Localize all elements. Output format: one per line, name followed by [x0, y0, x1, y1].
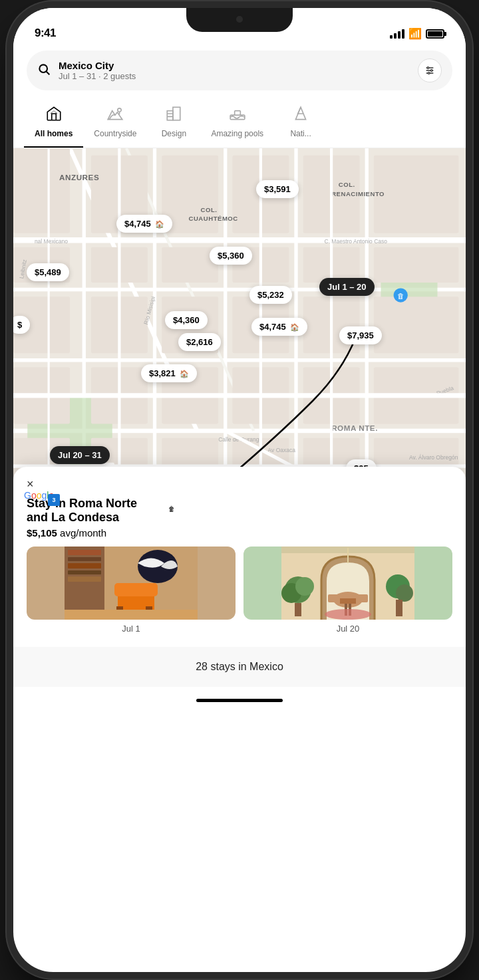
tab-design[interactable]: Design [147, 98, 200, 148]
price-suffix: avg/month [60, 527, 106, 539]
svg-rect-103 [68, 576, 101, 582]
price-pin-3591[interactable]: $3,591 [256, 180, 299, 198]
search-bar[interactable]: Mexico City Jul 1 – 31 · 2 guests [27, 51, 452, 90]
status-icons: 📶 [390, 27, 444, 40]
svg-rect-112 [340, 598, 356, 604]
close-button[interactable]: × [27, 477, 34, 491]
tab-countryside[interactable]: Countryside [83, 98, 147, 148]
price-pin-4745-home[interactable]: $4,745 🏠 [116, 215, 172, 233]
svg-line-1 [47, 71, 50, 74]
svg-point-5 [427, 67, 429, 69]
search-text: Mexico City Jul 1 – 31 · 2 guests [59, 60, 410, 81]
svg-text:Av Oaxaca: Av Oaxaca [268, 447, 296, 453]
card-image-2[interactable]: Jul 20 [243, 547, 452, 634]
tab-all-homes-label: All homes [35, 129, 73, 138]
home-icon-2: 🏠 [290, 323, 299, 331]
tab-countryside-label: Countryside [94, 129, 136, 138]
svg-rect-38 [374, 156, 459, 233]
stays-count: 28 stays in Mexico [196, 661, 283, 673]
svg-point-6 [430, 70, 432, 72]
camera [235, 15, 244, 24]
room-image-1 [27, 547, 236, 620]
svg-rect-101 [68, 563, 101, 568]
national-parks-icon [292, 105, 309, 125]
price-pin-4745-2[interactable]: $4,745 🏠 [251, 318, 307, 336]
svg-text:COL.: COL. [201, 206, 218, 213]
search-bar-container: Mexico City Jul 1 – 31 · 2 guests [13, 44, 466, 98]
all-homes-icon [45, 105, 63, 125]
tab-national-parks-label: Nati... [290, 129, 311, 138]
svg-rect-9 [168, 111, 174, 120]
map-container[interactable]: ANZURES COL. RENACIMIENTO COL. CUAUHTÉMO… [13, 148, 466, 647]
map-marker-trash: 🗑 [165, 502, 178, 515]
card-date-2: Jul 20 [337, 624, 360, 634]
listing-card: × Stay in Roma Norteand La Condesa $5,10… [13, 467, 466, 647]
tab-all-homes[interactable]: All homes [24, 98, 83, 148]
search-city: Mexico City [59, 60, 410, 71]
svg-rect-123 [396, 600, 402, 616]
price-pin-5360[interactable]: $5,360 [210, 247, 252, 265]
svg-rect-99 [68, 550, 101, 555]
category-tabs: All homes Countryside [13, 98, 466, 148]
svg-text:ANZURES: ANZURES [59, 173, 99, 182]
card-price: $5,105 avg/month [27, 527, 452, 539]
signal-icon [390, 29, 404, 39]
svg-text:COL.: COL. [339, 181, 355, 188]
price-pin-3821[interactable]: $3,821 🏠 [141, 364, 197, 382]
price-pin-2616[interactable]: $2,616 [178, 333, 221, 351]
svg-text:C. Maestro Antonio Caso: C. Maestro Antonio Caso [325, 238, 388, 245]
date-label-jul1-20[interactable]: Jul 1 – 20 [319, 278, 375, 296]
svg-text:RENACIMIENTO: RENACIMIENTO [331, 190, 385, 197]
svg-rect-10 [173, 107, 180, 120]
price-pin-5489[interactable]: $5,489 [27, 263, 69, 281]
card-date-1: Jul 1 [122, 624, 140, 634]
search-icon [37, 62, 51, 79]
svg-rect-100 [68, 557, 101, 561]
tab-amazing-pools-label: Amazing pools [211, 129, 263, 138]
svg-rect-120 [295, 603, 301, 616]
countryside-icon [106, 105, 124, 125]
svg-text:🗑: 🗑 [397, 292, 404, 300]
card-images: Jul 1 [27, 547, 452, 634]
card-title: Stay in Roma Norteand La Condesa [27, 497, 452, 525]
svg-text:Av. Álvaro Obregón: Av. Álvaro Obregón [409, 454, 458, 461]
home-icon-3: 🏠 [180, 370, 189, 378]
tab-design-label: Design [162, 129, 186, 138]
svg-point-119 [295, 577, 314, 596]
home-indicator [13, 687, 466, 713]
home-indicator-bar [196, 699, 283, 702]
price-pin-4360[interactable]: $4,360 [165, 311, 208, 329]
room-image-2 [243, 547, 452, 620]
design-icon [165, 105, 182, 125]
date-label-jul20-31[interactable]: Jul 20 – 31 [50, 446, 110, 464]
status-time: 9:41 [35, 27, 56, 40]
card-image-1[interactable]: Jul 1 [27, 547, 236, 634]
svg-point-0 [39, 64, 47, 72]
tab-amazing-pools[interactable]: Amazing pools [200, 98, 274, 148]
svg-rect-44 [374, 247, 459, 283]
price-pin-7935[interactable]: $7,935 [339, 326, 382, 344]
notch [186, 8, 293, 32]
search-dates: Jul 1 – 31 · 2 guests [59, 71, 410, 81]
wifi-icon: 📶 [408, 27, 422, 40]
svg-point-122 [396, 584, 413, 602]
price-value: $5,105 [27, 527, 57, 539]
svg-point-8 [118, 108, 121, 112]
svg-rect-102 [68, 570, 101, 574]
svg-point-7 [428, 72, 430, 74]
svg-text:ROMA NTE.: ROMA NTE. [331, 424, 378, 432]
price-pin-5232[interactable]: $5,232 [249, 286, 292, 304]
svg-text:nal Mexicano: nal Mexicano [35, 238, 68, 245]
svg-point-124 [325, 609, 371, 620]
svg-text:CUAUHTÉMOC: CUAUHTÉMOC [189, 215, 238, 222]
bottom-bar: 28 stays in Mexico [13, 647, 466, 687]
amazing-pools-icon [229, 105, 246, 125]
tab-national-parks[interactable]: Nati... [274, 98, 327, 148]
svg-rect-109 [65, 610, 198, 620]
map-marker-3: 3 [48, 494, 60, 506]
filter-button[interactable] [418, 59, 442, 82]
svg-rect-116 [357, 594, 368, 602]
phone-frame: 9:41 📶 Mexico City [13, 8, 466, 972]
svg-rect-115 [328, 594, 339, 602]
svg-rect-33 [13, 148, 70, 233]
